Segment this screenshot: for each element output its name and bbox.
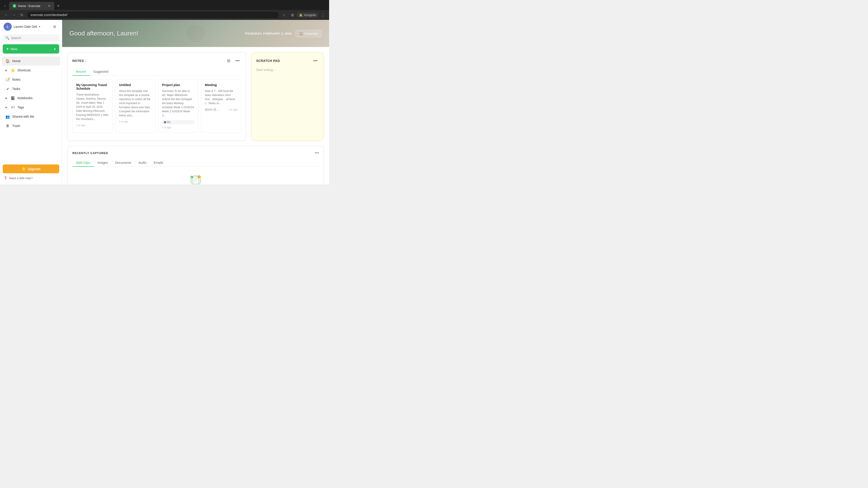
task-badge: 0/1	[162, 120, 195, 124]
note-card-title: Meeting	[205, 83, 237, 87]
search-label: Search	[11, 36, 21, 40]
illustration-svg: E	[187, 170, 205, 184]
note-mentions: @john @...	[205, 108, 218, 111]
notebooks-expand-icon: ▶	[5, 96, 7, 100]
tab-bar: ‹ E Home - Evernote ✕ +	[0, 0, 329, 10]
sidebar-item-tags[interactable]: ▶ 🏷 Tags	[2, 103, 60, 112]
note-card-title: Untitled	[119, 83, 152, 87]
scratch-pad-more-button[interactable]: •••	[312, 57, 319, 64]
settings-button[interactable]: ⚙	[51, 23, 58, 30]
tab-close-button[interactable]: ✕	[48, 4, 51, 8]
tasks-icon: ✔	[5, 87, 10, 91]
extension-icon[interactable]: ⊞	[289, 11, 296, 19]
note-card-footer: 1 hr ago	[76, 124, 109, 127]
sidebar-item-label: Shared with Me	[12, 115, 34, 119]
sidebar-item-shortcuts[interactable]: ▶ ⭐ Shortcuts	[2, 66, 60, 75]
incognito-label: Incognito	[304, 13, 316, 17]
note-card-travel[interactable]: My Upcoming Travel Schedule Travel desti…	[72, 79, 113, 133]
note-card-footer: 1 hr ago	[162, 126, 195, 129]
active-tab[interactable]: E Home - Evernote ✕	[9, 2, 54, 10]
help-link[interactable]: ❓ Need a little help?	[3, 175, 59, 182]
notes-tabs: Recent Suggested	[72, 68, 241, 76]
home-icon: 🏠	[5, 59, 10, 63]
sidebar-bottom: ⭐ Upgrade ❓ Need a little help?	[0, 162, 62, 184]
recently-captured-more-button[interactable]: •••	[315, 151, 319, 156]
tab-title: Home - Evernote	[18, 4, 40, 8]
sidebar-item-tasks[interactable]: ✔ Tasks	[2, 84, 60, 93]
bookmark-icon[interactable]: ☆	[281, 11, 288, 19]
svg-rect-4	[194, 181, 197, 181]
customize-label: Customize	[304, 32, 318, 35]
browser-toolbar: ← → ↻ ☆ ⊞ 🕵 Incognito ⋮	[0, 10, 329, 20]
shortcuts-icon: ⭐	[11, 68, 15, 72]
sidebar: L Lauren Dale Deli ▾ ⚙ 🔍 Search + New ▾ …	[0, 20, 62, 184]
tab-audio[interactable]: Audio	[135, 159, 150, 167]
scratch-pad-widget: SCRATCH PAD ••• Start writing...	[251, 53, 324, 140]
note-card-project-plan[interactable]: Project plan Summary To be able to etc. …	[158, 79, 198, 133]
notes-icon: 📝	[5, 77, 10, 82]
trash-icon: 🗑	[5, 124, 10, 128]
sidebar-item-notebooks[interactable]: ▶ 📓 Notebooks	[2, 94, 60, 103]
incognito-badge[interactable]: 🕵 Incognito	[297, 12, 318, 18]
scratch-pad-header: SCRATCH PAD •••	[256, 57, 319, 64]
web-clips-illustration: E	[187, 170, 205, 184]
incognito-icon: 🕵	[299, 13, 303, 17]
back-button[interactable]: ←	[3, 11, 10, 19]
plus-icon: +	[6, 46, 9, 51]
tab-suggested[interactable]: Suggested	[90, 68, 112, 76]
new-button[interactable]: + New ▾	[3, 44, 59, 54]
note-card-preview: Summary To be able to etc. Major Milesto…	[162, 89, 195, 118]
captured-tabs: Web Clips Images Documents Audio Emails	[72, 159, 319, 167]
svg-rect-1	[193, 177, 198, 184]
note-timestamp: 1 hr ago	[76, 124, 85, 127]
new-tab-button[interactable]: +	[55, 2, 61, 9]
browser-menu-button[interactable]: ⋮	[319, 11, 327, 19]
tab-images[interactable]: Images	[94, 159, 112, 167]
notes-widget-header: NOTES › ⊞ •••	[72, 57, 241, 64]
captured-content: E	[72, 170, 319, 184]
note-card-preview: Date & T... AM Goal the tasks Attendees …	[205, 89, 237, 105]
scratch-pad-title: SCRATCH PAD	[256, 59, 280, 63]
scratch-pad-placeholder: Start writing...	[256, 68, 276, 72]
sidebar-item-shared-with-me[interactable]: 👥 Shared with Me	[2, 112, 60, 121]
sidebar-nav: 🏠 Home ▶ ⭐ Shortcuts 📝 Notes ✔ Tasks ▶ 📓…	[0, 55, 62, 162]
task-dot-icon	[164, 121, 166, 123]
note-timestamp: 1 hr ago	[228, 108, 237, 111]
sidebar-item-notes[interactable]: 📝 Notes	[2, 75, 60, 84]
notes-add-button[interactable]: ⊞	[225, 57, 232, 64]
sidebar-item-trash[interactable]: 🗑 Trash	[2, 121, 60, 130]
sidebar-item-label: Shortcuts	[18, 68, 31, 72]
note-card-title: Project plan	[162, 83, 195, 87]
tab-emails[interactable]: Emails	[150, 159, 167, 167]
address-bar[interactable]	[27, 12, 279, 18]
customize-icon: 🏠	[299, 32, 303, 35]
banner-right: THURSDAY, FEBRUARY 1, 2024 🏠 Customize	[245, 30, 322, 37]
browser-chrome: ‹ E Home - Evernote ✕ + ← → ↻ ☆ ⊞ 🕵 Inco…	[0, 0, 329, 20]
upgrade-button[interactable]: ⭐ Upgrade	[3, 164, 59, 173]
tab-back-btn[interactable]: ‹	[2, 3, 8, 9]
search-box[interactable]: 🔍 Search	[3, 34, 59, 41]
tab-web-clips[interactable]: Web Clips	[72, 159, 94, 167]
sidebar-item-home[interactable]: 🏠 Home	[2, 57, 60, 66]
note-card-untitled[interactable]: Untitled About this template Use this te…	[115, 79, 156, 133]
notes-more-button[interactable]: •••	[234, 57, 241, 64]
user-info[interactable]: L Lauren Dale Deli ▾	[4, 23, 40, 31]
svg-rect-3	[194, 180, 197, 180]
search-icon: 🔍	[5, 36, 9, 40]
notes-widget-title[interactable]: NOTES ›	[72, 59, 86, 63]
avatar: L	[4, 23, 12, 31]
forward-button[interactable]: →	[10, 11, 18, 19]
shortcuts-expand-icon: ▶	[5, 69, 7, 72]
note-card-meeting[interactable]: Meeting Date & T... AM Goal the tasks At…	[201, 79, 241, 133]
content-area: NOTES › ⊞ ••• Recent Suggested My Upcomi…	[62, 47, 329, 146]
notes-widget-actions: ⊞ •••	[225, 57, 241, 64]
tab-documents[interactable]: Documents	[112, 159, 135, 167]
reload-button[interactable]: ↻	[18, 11, 25, 19]
customize-button[interactable]: 🏠 Customize	[296, 30, 322, 37]
tags-icon: 🏷	[11, 105, 15, 109]
new-dropdown-arrow-icon: ▾	[54, 47, 56, 51]
scratch-pad-content[interactable]: Start writing...	[256, 68, 319, 136]
app-layout: L Lauren Dale Deli ▾ ⚙ 🔍 Search + New ▾ …	[0, 20, 329, 184]
tab-recent[interactable]: Recent	[72, 68, 90, 76]
task-count: 0/1	[167, 121, 171, 124]
